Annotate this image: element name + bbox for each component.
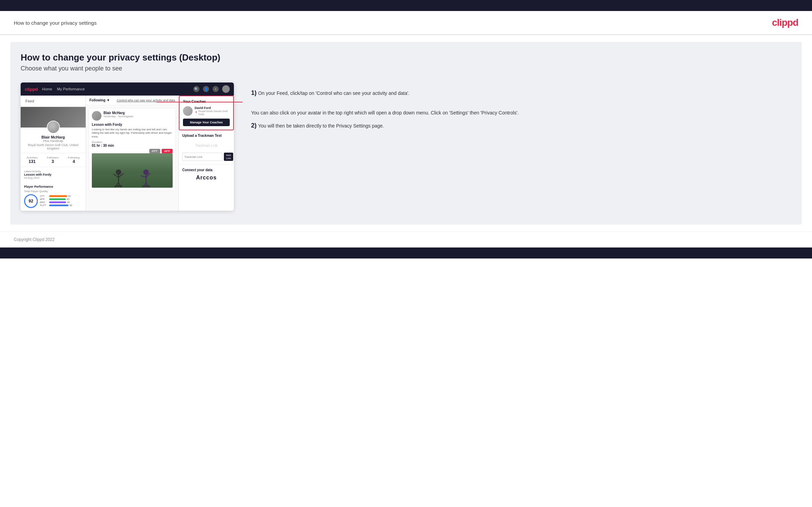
stat-followers-label: Followers bbox=[47, 156, 58, 159]
screenshot-wrapper: clippd Home My Performance 🔍 👤 + bbox=[21, 82, 234, 211]
step2-text: You will then be taken directly to the P… bbox=[258, 123, 384, 129]
instruction-block-2: 2) You will then be taken directly to th… bbox=[251, 122, 788, 130]
duration-value: 01 hr : 30 min bbox=[92, 144, 173, 147]
post-author-name: Blair McHarg bbox=[104, 111, 133, 115]
svg-point-1 bbox=[116, 169, 121, 175]
perf-title: Player Performance bbox=[24, 185, 82, 188]
bar-num-app: 85 bbox=[67, 198, 69, 200]
browser-nav-right: 🔍 👤 + bbox=[193, 85, 230, 93]
stat-followers-value: 3 bbox=[47, 159, 58, 164]
svg-point-7 bbox=[142, 185, 150, 187]
stat-activities-value: 131 bbox=[27, 159, 38, 164]
user-avatar-inner bbox=[47, 121, 59, 133]
trackman-title: Upload a Trackman Test bbox=[182, 134, 230, 137]
bar-row-app: APP 85 bbox=[40, 198, 82, 200]
coach-name: David Ford bbox=[195, 106, 230, 110]
post-header: Blair McHarg Yesterday · Sunningdale bbox=[92, 111, 173, 121]
latest-label: Latest Activity bbox=[24, 170, 82, 173]
trackman-placeholder: Trackman Link bbox=[182, 140, 230, 151]
control-link[interactable]: Control who can see your activity and da… bbox=[117, 99, 175, 102]
perf-row: 92 OTT 90 APP bbox=[24, 194, 82, 208]
bar-label-arg: ARG bbox=[40, 201, 48, 203]
score-circle: 92 bbox=[24, 194, 38, 208]
user-icon[interactable]: 👤 bbox=[203, 86, 209, 92]
latest-name: Lesson with Fordy bbox=[24, 173, 82, 176]
bar-num-ott: 90 bbox=[68, 195, 71, 197]
stat-following-value: 4 bbox=[68, 159, 80, 164]
search-icon[interactable]: 🔍 bbox=[193, 86, 199, 92]
user-name: Blair McHarg bbox=[23, 135, 83, 139]
user-banner bbox=[21, 107, 86, 128]
bottom-bar bbox=[0, 247, 812, 258]
instruction-2: 2) You will then be taken directly to th… bbox=[251, 122, 788, 130]
latest-activity: Latest Activity Lesson with Fordy 03 Aug… bbox=[21, 167, 86, 182]
following-button[interactable]: Following ▼ bbox=[89, 98, 110, 102]
golfer-silhouettes bbox=[92, 153, 173, 188]
browser-nav: clippd Home My Performance 🔍 👤 + bbox=[21, 82, 234, 96]
middle-feed: Following ▼ Control who can see your act… bbox=[86, 96, 179, 211]
stats-row: Activities 131 Followers 3 Following 4 bbox=[21, 153, 86, 167]
coach-item: David Ford 📍 Royal North Devon Golf Club bbox=[183, 106, 230, 116]
connect-section: Connect your data Arccos bbox=[179, 165, 234, 184]
header: How to change your privacy settings clip… bbox=[0, 11, 812, 35]
post-title: Lesson with Fordy bbox=[92, 123, 173, 126]
stat-following-label: Following bbox=[68, 156, 80, 159]
bar-num-putt: 96 bbox=[69, 204, 72, 207]
copyright: Copyright Clippd 2022 bbox=[14, 237, 55, 242]
post-author-avatar bbox=[92, 111, 101, 121]
trackman-input-row: Add Link bbox=[182, 153, 230, 161]
bar-fill-putt bbox=[49, 205, 68, 206]
stat-activities-label: Activities bbox=[27, 156, 38, 159]
right-panel: Your Coaches David Ford 📍 Royal North De… bbox=[179, 96, 234, 211]
page-subheading: Choose what you want people to see bbox=[21, 65, 791, 72]
top-bar bbox=[0, 0, 812, 11]
coach-info: David Ford 📍 Royal North Devon Golf Club bbox=[195, 106, 230, 116]
add-link-button[interactable]: Add Link bbox=[224, 153, 233, 161]
step2-number: 2) bbox=[251, 122, 257, 129]
user-club: Royal North Devon Golf Club, United King… bbox=[23, 143, 83, 150]
browser-nav-items: Home My Performance bbox=[42, 87, 85, 91]
post-image-inner bbox=[92, 153, 173, 188]
player-performance: Player Performance Total Player Quality … bbox=[21, 182, 86, 211]
nav-my-performance[interactable]: My Performance bbox=[57, 87, 85, 91]
feed-tab[interactable]: Feed bbox=[21, 96, 86, 107]
following-chevron: ▼ bbox=[107, 98, 110, 102]
manage-coaches-button[interactable]: Manage Your Coaches bbox=[183, 119, 230, 126]
browser-logo: clippd bbox=[25, 87, 38, 92]
svg-line-10 bbox=[141, 176, 146, 177]
feed-post: Blair McHarg Yesterday · Sunningdale Les… bbox=[89, 108, 176, 191]
post-description: Looking to feel like my hands are exitin… bbox=[92, 128, 173, 139]
instructions-panel: 1) On your Feed, click/tap on 'Control w… bbox=[244, 82, 791, 139]
bar-fill-ott bbox=[49, 195, 67, 197]
tag-app: APP bbox=[162, 149, 173, 153]
left-panel: Feed Blair McHarg Plus Handicap Royal No… bbox=[21, 96, 86, 211]
plus-icon[interactable]: + bbox=[213, 86, 219, 92]
tag-ott: OTT bbox=[149, 149, 160, 153]
following-label: Following bbox=[89, 98, 106, 102]
nav-home[interactable]: Home bbox=[42, 87, 52, 91]
footer: Copyright Clippd 2022 bbox=[0, 231, 812, 247]
coach-club: 📍 Royal North Devon Golf Club bbox=[195, 110, 230, 116]
post-image bbox=[92, 153, 173, 188]
bar-row-arg: ARG 86 bbox=[40, 201, 82, 203]
instruction-1: 1) On your Feed, click/tap on 'Control w… bbox=[251, 89, 788, 97]
post-location: Yesterday · Sunningdale bbox=[104, 115, 133, 118]
user-handicap: Plus Handicap bbox=[23, 139, 83, 143]
step1-number: 1) bbox=[251, 89, 257, 96]
main-content: How to change your privacy settings (Des… bbox=[10, 42, 802, 224]
red-line-overlay bbox=[156, 102, 242, 102]
instruction-1-extra: You can also click on your avatar in the… bbox=[251, 109, 788, 117]
arccos-logo: Arccos bbox=[182, 175, 230, 181]
user-avatar-nav[interactable] bbox=[222, 85, 230, 93]
tags-row: OTT APP bbox=[92, 149, 173, 153]
step1-text: On your Feed, click/tap on 'Control who … bbox=[258, 90, 409, 96]
bar-fill-app bbox=[49, 198, 66, 200]
page-breadcrumb: How to change your privacy settings bbox=[14, 20, 97, 26]
bars-area: OTT 90 APP 85 bbox=[40, 195, 82, 207]
stat-activities: Activities 131 bbox=[27, 156, 38, 164]
coach-club-text: Royal North Devon Golf Club bbox=[198, 110, 230, 116]
svg-point-8 bbox=[143, 169, 149, 175]
bar-fill-arg bbox=[49, 201, 66, 203]
trackman-input[interactable] bbox=[182, 153, 223, 161]
bar-row-ott: OTT 90 bbox=[40, 195, 82, 197]
